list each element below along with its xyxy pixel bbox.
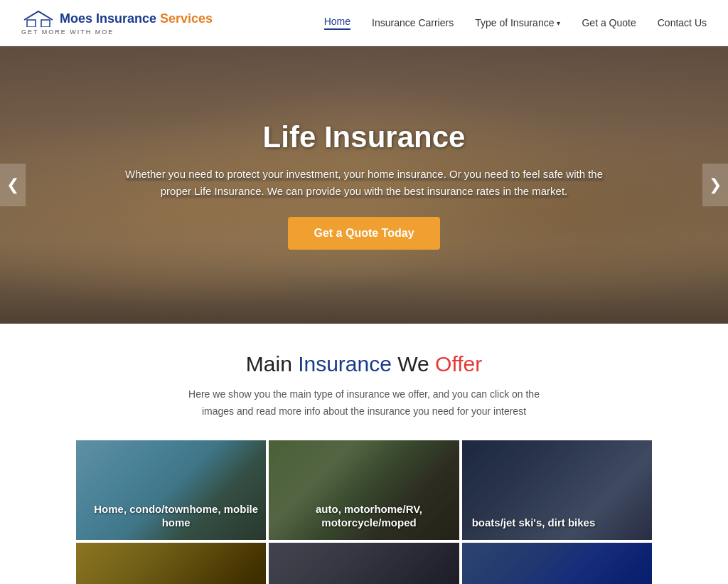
nav-get-a-quote[interactable]: Get a Quote bbox=[582, 17, 636, 28]
insurance-card-auto[interactable]: auto, motorhome/RV, motorcycle/moped bbox=[269, 440, 459, 540]
insurance-card-home[interactable]: Home, condo/townhome, mobile home bbox=[76, 440, 266, 540]
card-label-boats: boats/jet ski's, dirt bikes bbox=[472, 516, 596, 530]
card-bg-commercial bbox=[269, 543, 459, 584]
insurance-grid: Home, condo/townhome, mobile homeauto, m… bbox=[76, 440, 652, 584]
section-title: Main Insurance We Offer bbox=[21, 352, 707, 376]
logo-text: Moes Insurance Services bbox=[60, 11, 213, 26]
card-label-home: Home, condo/townhome, mobile home bbox=[86, 502, 266, 530]
hero-next-button[interactable]: ❯ bbox=[702, 164, 728, 206]
hero-slider: ❮ Life Insurance Whether you need to pro… bbox=[0, 46, 728, 324]
hero-cta-button[interactable]: Get a Quote Today bbox=[288, 217, 439, 250]
logo-tagline: GET MORE WITH MOE bbox=[21, 28, 114, 36]
svg-rect-0 bbox=[27, 20, 36, 27]
site-header: Moes Insurance Services GET MORE WITH MO… bbox=[0, 0, 728, 46]
house-icon bbox=[21, 10, 55, 27]
insurance-card-other[interactable]: Other bbox=[462, 543, 652, 584]
hero-title: Life Insurance bbox=[263, 120, 466, 154]
title-offer: Offer bbox=[435, 352, 482, 376]
svg-rect-1 bbox=[41, 20, 50, 27]
card-bg-life bbox=[76, 543, 266, 584]
nav-type-of-insurance[interactable]: Type of Insurance bbox=[475, 17, 560, 28]
title-we: We bbox=[397, 352, 435, 376]
nav-insurance-carriers[interactable]: Insurance Carriers bbox=[372, 17, 454, 28]
card-bg-other bbox=[462, 543, 652, 584]
insurance-card-commercial[interactable]: Commercial bbox=[269, 543, 459, 584]
title-insurance: Insurance bbox=[298, 352, 397, 376]
hero-content: Life Insurance Whether you need to prote… bbox=[0, 46, 728, 324]
insurance-card-life[interactable]: Life Insurance bbox=[76, 543, 266, 584]
card-label-auto: auto, motorhome/RV, motorcycle/moped bbox=[279, 502, 459, 530]
section-description: Here we show you the main type of insura… bbox=[186, 386, 542, 420]
hero-description: Whether you need to protect your investm… bbox=[122, 166, 606, 200]
main-nav: Home Insurance Carriers Type of Insuranc… bbox=[324, 16, 707, 30]
insurance-section: Main Insurance We Offer Here we show you… bbox=[0, 324, 728, 584]
nav-contact-us[interactable]: Contact Us bbox=[658, 17, 707, 28]
insurance-card-boats[interactable]: boats/jet ski's, dirt bikes bbox=[462, 440, 652, 540]
title-main: Main bbox=[246, 352, 298, 376]
logo-area[interactable]: Moes Insurance Services GET MORE WITH MO… bbox=[21, 10, 213, 36]
nav-home[interactable]: Home bbox=[324, 16, 350, 30]
